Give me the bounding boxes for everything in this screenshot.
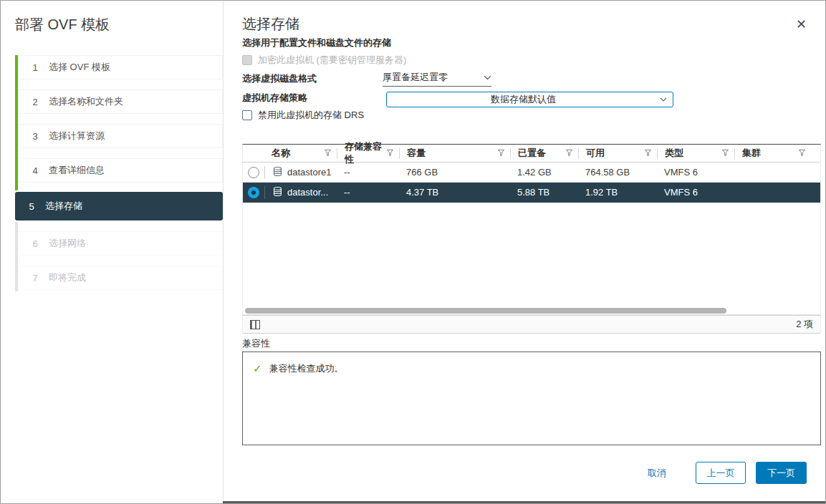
close-icon[interactable]: ✕ [796,16,807,32]
name-cell: datastor... [264,186,337,199]
step-number: 6 [30,238,40,249]
step-label: 选择计算资源 [49,130,105,142]
filter-icon[interactable] [497,148,505,159]
compatibility-message: 兼容性检查成功。 [269,362,344,375]
step-number: 4 [30,165,40,176]
datastore-icon [272,166,283,179]
capacity-cell: 4.37 TB [399,186,510,199]
column-label: 已置备 [518,147,546,160]
sidebar-step-7: 7 即将完成 [18,266,223,290]
wizard-sidebar: 部署 OVF 模板 1 选择 OVF 模板 2 选择名称和文件夹 3 选择计算资… [1,1,223,504]
cluster-cell [734,166,811,179]
filter-icon[interactable] [565,148,573,159]
table-empty-area [243,203,820,306]
background-app-edge [223,501,826,504]
table-row-datastore1[interactable]: datastore1 -- 766 GB 1.42 GB 764.58 GB V… [243,163,820,183]
disk-format-label: 选择虚拟磁盘格式 [242,72,317,85]
column-header-type[interactable]: 类型 [657,148,734,159]
horizontal-scrollbar[interactable] [243,306,820,315]
column-header-provisioned[interactable]: 已置备 [510,148,578,159]
chevron-down-icon [660,97,667,102]
storage-policy-value: 数据存储默认值 [387,93,660,106]
column-chooser-icon[interactable] [250,320,260,329]
encrypt-vm-checkbox [242,55,252,65]
column-header-capacity[interactable]: 容量 [399,148,510,159]
success-check-icon: ✓ [253,362,262,375]
table-header: 名称 存储兼容性 容量 已置备 [243,145,820,163]
cluster-cell [734,186,811,199]
compat-cell: -- [337,166,399,179]
step-label: 即将完成 [49,271,86,284]
step-number: 1 [30,62,40,73]
datastore-icon [272,186,283,199]
type-cell: VMFS 6 [657,186,734,199]
compatibility-result: ✓ 兼容性检查成功。 [253,362,820,375]
capacity-cell: 766 GB [399,166,510,179]
column-header-name[interactable]: 名称 [264,148,337,159]
provisioned-cell: 5.88 TB [510,186,578,199]
datastore-table: 名称 存储兼容性 容量 已置备 [242,144,821,334]
datastore-name: datastor... [287,187,328,198]
column-header-compatibility[interactable]: 存储兼容性 [337,148,399,159]
step-label: 选择网络 [49,237,86,250]
disk-format-value: 厚置备延迟置零 [383,71,448,84]
storage-policy-select[interactable]: 数据存储默认值 [386,92,673,107]
sidebar-divider [223,1,224,504]
step-number: 3 [30,131,40,142]
column-header-free[interactable]: 可用 [578,148,657,159]
storage-policy-label: 虚拟机存储策略 [242,92,307,105]
encrypt-vm-label: 加密此虚拟机 (需要密钥管理服务器) [258,54,406,67]
sidebar-step-5-active[interactable]: 5 选择存储 [15,192,223,220]
step-label: 选择名称和文件夹 [49,95,123,108]
column-label: 容量 [407,147,426,160]
datastore-name: datastore1 [287,167,331,178]
sidebar-step-2[interactable]: 2 选择名称和文件夹 [18,89,223,114]
column-label: 集群 [742,147,761,160]
table-row-datastore2-selected[interactable]: datastor... -- 4.37 TB 5.88 TB 1.92 TB V… [243,183,820,203]
compatibility-box: ✓ 兼容性检查成功。 [242,352,821,445]
scrollbar-thumb[interactable] [245,308,726,314]
filter-icon[interactable] [798,148,806,159]
encrypt-vm-row: 加密此虚拟机 (需要密钥管理服务器) [242,54,406,67]
column-label: 类型 [665,147,683,160]
column-label: 存储兼容性 [345,140,383,166]
next-button[interactable]: 下一页 [756,462,807,484]
page-subtitle: 选择用于配置文件和磁盘文件的存储 [242,37,391,49]
disable-drs-checkbox[interactable] [242,110,252,120]
step-label: 选择存储 [45,200,82,213]
sidebar-step-1[interactable]: 1 选择 OVF 模板 [18,55,223,79]
step-label: 查看详细信息 [49,164,105,177]
type-cell: VMFS 6 [657,166,734,179]
column-header-cluster[interactable]: 集群 [734,148,811,159]
step-number: 7 [30,273,40,284]
back-button[interactable]: 上一页 [696,462,746,484]
compatibility-label: 兼容性 [242,337,270,350]
sidebar-step-3[interactable]: 3 选择计算资源 [18,124,223,148]
compat-cell: -- [337,186,399,199]
step-number: 2 [30,97,40,107]
cancel-button[interactable]: 取消 [648,467,666,480]
item-count: 2 项 [796,318,813,331]
name-cell: datastore1 [264,166,337,179]
table-footer: 2 项 [243,315,820,334]
chevron-down-icon [484,75,491,80]
column-label: 名称 [272,147,290,160]
sidebar-step-4[interactable]: 4 查看详细信息 [18,158,223,183]
free-cell: 764.58 GB [578,166,657,179]
disable-drs-label: 禁用此虚拟机的存储 DRS [258,109,364,122]
row-radio-cell [243,167,264,178]
row-radio-cell [243,187,264,198]
filter-icon[interactable] [324,148,332,159]
deploy-ovf-dialog: 部署 OVF 模板 1 选择 OVF 模板 2 选择名称和文件夹 3 选择计算资… [0,0,826,504]
filter-icon[interactable] [644,148,652,159]
filter-icon[interactable] [721,148,729,159]
dialog-title: 部署 OVF 模板 [15,15,110,34]
radio-button[interactable] [248,167,259,178]
disk-format-select[interactable]: 厚置备延迟置零 [383,69,491,87]
filter-icon[interactable] [386,148,394,159]
step-number: 5 [27,201,37,212]
free-cell: 1.92 TB [578,186,657,199]
radio-button-checked[interactable] [248,187,259,198]
provisioned-cell: 1.42 GB [510,166,578,179]
column-label: 可用 [586,147,605,160]
